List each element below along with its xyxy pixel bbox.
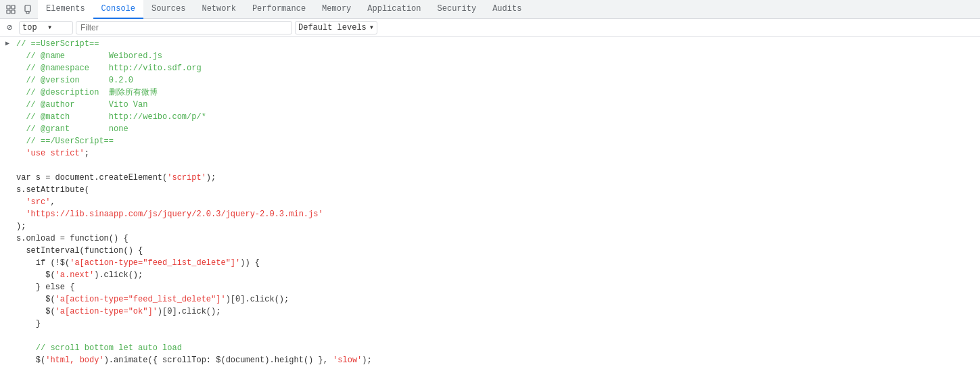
- console-line: // @author Vito Van: [0, 99, 980, 111]
- tab-audits[interactable]: Audits: [484, 0, 530, 19]
- tab-elements[interactable]: Elements: [38, 0, 93, 19]
- console-line: $('html, body').animate({ scrollTop: $(d…: [0, 354, 980, 365]
- console-line: s.onload = function() {: [0, 233, 980, 245]
- console-line: 'https://lib.sinaapp.com/js/jquery/2.0.3…: [0, 208, 980, 220]
- chevron-down-icon: ▾: [47, 22, 70, 32]
- log-levels-selector[interactable]: Default levels ▾: [295, 21, 377, 34]
- console-line: // @match http://weibo.com/p/*: [0, 111, 980, 123]
- console-line: 'src',: [0, 196, 980, 208]
- tab-memory[interactable]: Memory: [314, 0, 359, 19]
- console-line: 'use strict';: [0, 147, 980, 160]
- console-line: s.setAttribute(: [0, 184, 980, 196]
- console-line: ▶ // ==UserScript==: [0, 38, 980, 50]
- console-line: $('a[action-type="feed_list_delete"]')[0…: [0, 293, 980, 306]
- svg-rect-2: [7, 10, 10, 14]
- console-line: // @description 删除所有微博: [0, 87, 980, 99]
- svg-rect-0: [7, 5, 10, 9]
- inspect-icon-btn[interactable]: [3, 1, 19, 18]
- console-line: }: [0, 318, 980, 330]
- console-output: ▶ // ==UserScript== // @name Weibored.js…: [0, 36, 980, 365]
- console-line: [0, 160, 980, 172]
- svg-rect-1: [11, 5, 15, 9]
- console-line: if (!$('a[action-type="feed_list_delete"…: [0, 257, 980, 269]
- console-line: var s = document.createElement('script')…: [0, 172, 980, 184]
- tab-security[interactable]: Security: [429, 0, 485, 19]
- console-line: // ==/UserScript==: [0, 135, 980, 147]
- console-line: // @version 0.2.0: [0, 74, 980, 87]
- svg-rect-5: [26, 11, 29, 14]
- filter-input[interactable]: [76, 21, 292, 34]
- tab-performance[interactable]: Performance: [244, 0, 314, 19]
- console-line: setInterval(function() {: [0, 245, 980, 257]
- console-line: // @namespace http://vito.sdf.org: [0, 62, 980, 74]
- device-toggle-btn[interactable]: [20, 1, 37, 18]
- tab-sources[interactable]: Sources: [143, 0, 193, 19]
- svg-rect-3: [11, 10, 15, 14]
- tab-network[interactable]: Network: [193, 0, 243, 19]
- console-line: // @grant none: [0, 123, 980, 135]
- console-line: );: [0, 220, 980, 233]
- context-selector[interactable]: top ▾: [19, 21, 73, 34]
- tab-application[interactable]: Application: [359, 0, 429, 19]
- console-line: // scroll bottom let auto load: [0, 342, 980, 354]
- console-toolbar: ⊘ top ▾ Default levels ▾: [0, 19, 980, 36]
- console-line: } else {: [0, 281, 980, 293]
- console-line: $('a.next').click();: [0, 269, 980, 281]
- console-line: $('a[action-type="ok"]')[0].click();: [0, 306, 980, 318]
- console-line: [0, 330, 980, 342]
- chevron-down-icon: ▾: [369, 22, 374, 32]
- console-line: // @name Weibored.js: [0, 50, 980, 62]
- ban-icon-btn[interactable]: ⊘: [3, 21, 16, 34]
- devtools-tab-bar: Elements Console Sources Network Perform…: [0, 0, 980, 19]
- tab-console[interactable]: Console: [93, 0, 143, 19]
- svg-rect-4: [25, 5, 30, 11]
- expand-arrow-icon[interactable]: ▶: [5, 39, 9, 49]
